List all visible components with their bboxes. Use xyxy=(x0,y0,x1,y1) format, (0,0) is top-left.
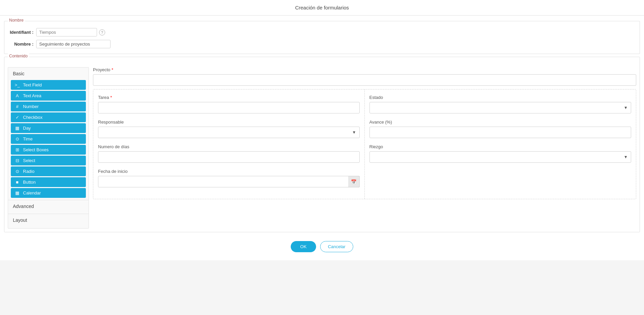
sidebar-btn-number[interactable]: # Number xyxy=(11,102,86,111)
numero-dias-label: Numero de días xyxy=(98,144,360,149)
sidebar-btn-button[interactable]: ■ Button xyxy=(11,177,86,187)
radio-icon: ⊙ xyxy=(14,169,20,174)
numero-dias-input[interactable] xyxy=(98,151,360,163)
nombre-section: Nombre Identifiant : ? Nombre : xyxy=(4,21,640,54)
riezgo-select[interactable] xyxy=(369,151,631,163)
identifiant-row: ? xyxy=(36,28,634,36)
riezgo-label: Riezgo xyxy=(369,144,631,149)
footer: OK Cancelar xyxy=(0,235,644,260)
tarea-group: Tarea * xyxy=(98,95,360,113)
select-boxes-icon: ⊞ xyxy=(14,147,20,152)
avance-input[interactable] xyxy=(369,127,631,138)
avance-label: Avance (%) xyxy=(369,120,631,125)
checkbox-icon: ✓ xyxy=(14,115,20,120)
responsable-label: Responsable xyxy=(98,120,360,125)
estado-label: Estado xyxy=(369,95,631,100)
proyecto-section: Proyecto * xyxy=(93,67,636,86)
calendar-icon: ▦ xyxy=(14,190,20,195)
nombre-label: Nombre : xyxy=(10,42,33,47)
sidebar-layout[interactable]: Layout xyxy=(8,214,89,226)
checkbox-label: Checkbox xyxy=(23,115,43,120)
sidebar-basic-title: Basic xyxy=(8,68,89,79)
sidebar-btn-time[interactable]: ⊙ Time xyxy=(11,134,86,144)
day-icon: ▦ xyxy=(14,126,20,131)
page-title: Creación de formularios xyxy=(0,0,644,16)
text-field-label: Text Field xyxy=(23,82,42,87)
responsable-group: Responsable ▼ xyxy=(98,120,360,138)
fecha-inicio-label: Fecha de inicio xyxy=(98,169,360,174)
text-area-label: Text Area xyxy=(23,93,41,98)
number-icon: # xyxy=(14,104,20,109)
select-boxes-label: Select Boxes xyxy=(23,147,49,152)
sidebar-btn-select[interactable]: ⊟ Select xyxy=(11,156,86,165)
nombre-input[interactable] xyxy=(36,40,111,48)
sidebar-btn-text-area[interactable]: A Text Area xyxy=(11,91,86,101)
button-label: Button xyxy=(23,180,36,185)
info-icon: ? xyxy=(99,29,105,35)
sidebar-btn-select-boxes[interactable]: ⊞ Select Boxes xyxy=(11,145,86,155)
sidebar-btn-radio[interactable]: ⊙ Radio xyxy=(11,166,86,176)
riezgo-group: Riezgo ▼ xyxy=(369,144,631,163)
sidebar-advanced[interactable]: Advanced xyxy=(8,200,89,212)
sidebar-btn-day[interactable]: ▦ Day xyxy=(11,123,86,133)
text-field-icon: >_ xyxy=(14,82,20,87)
estado-select-wrapper: ▼ xyxy=(369,102,631,113)
nombre-input-row xyxy=(36,40,634,48)
text-area-icon: A xyxy=(14,93,20,98)
day-label: Day xyxy=(23,126,31,131)
tarea-label: Tarea * xyxy=(98,95,360,100)
proyecto-label: Proyecto * xyxy=(93,67,636,72)
responsable-select[interactable] xyxy=(98,127,360,138)
left-column: Tarea * Responsable xyxy=(93,89,365,199)
sidebar-btn-calendar[interactable]: ▦ Calendar xyxy=(11,188,86,198)
select-icon: ⊟ xyxy=(14,158,20,163)
nombre-legend: Nombre xyxy=(8,18,25,23)
right-column: Estado ▼ Avance (%) xyxy=(365,89,636,199)
estado-group: Estado ▼ xyxy=(369,95,631,113)
fecha-inicio-input[interactable] xyxy=(98,176,360,187)
proyecto-input[interactable] xyxy=(93,74,636,86)
tarea-input[interactable] xyxy=(98,102,360,113)
time-label: Time xyxy=(23,136,32,141)
contenido-legend: Contenido xyxy=(8,54,29,58)
two-col-grid: Tarea * Responsable xyxy=(93,89,636,199)
responsable-select-wrapper: ▼ xyxy=(98,127,360,138)
fecha-inicio-group: Fecha de inicio 📅 xyxy=(98,169,360,187)
form-area: Proyecto * Tarea * xyxy=(93,67,636,229)
sidebar-btn-text-field[interactable]: >_ Text Field xyxy=(11,80,86,90)
calendar-label: Calendar xyxy=(23,190,41,195)
ok-button[interactable]: OK xyxy=(291,241,316,252)
number-label: Number xyxy=(23,104,39,109)
contenido-body: Basic >_ Text Field A Text Area # Number… xyxy=(4,57,640,232)
cancel-button[interactable]: Cancelar xyxy=(320,241,353,252)
avance-group: Avance (%) xyxy=(369,120,631,138)
main-container: Creación de formularios Nombre Identifia… xyxy=(0,0,644,260)
fecha-inicio-wrapper: 📅 xyxy=(98,176,360,187)
sidebar-btn-checkbox[interactable]: ✓ Checkbox xyxy=(11,112,86,122)
calendar-picker-button[interactable]: 📅 xyxy=(348,176,360,187)
select-label: Select xyxy=(23,158,35,163)
identifiant-label: Identifiant : xyxy=(10,30,33,35)
riezgo-select-wrapper: ▼ xyxy=(369,151,631,163)
numero-dias-group: Numero de días xyxy=(98,144,360,163)
sidebar: Basic >_ Text Field A Text Area # Number… xyxy=(8,67,89,229)
proyecto-required-star: * xyxy=(112,67,113,72)
contenido-section: Contenido Basic >_ Text Field A Text Are… xyxy=(4,57,640,232)
identifiant-input[interactable] xyxy=(36,28,97,36)
time-icon: ⊙ xyxy=(14,136,20,141)
nombre-grid: Identifiant : ? Nombre : xyxy=(10,28,634,48)
button-icon: ■ xyxy=(14,180,20,185)
radio-label: Radio xyxy=(23,169,34,174)
tarea-required-star: * xyxy=(110,95,112,100)
calendar-picker-icon: 📅 xyxy=(351,179,357,184)
estado-select[interactable] xyxy=(369,102,631,113)
